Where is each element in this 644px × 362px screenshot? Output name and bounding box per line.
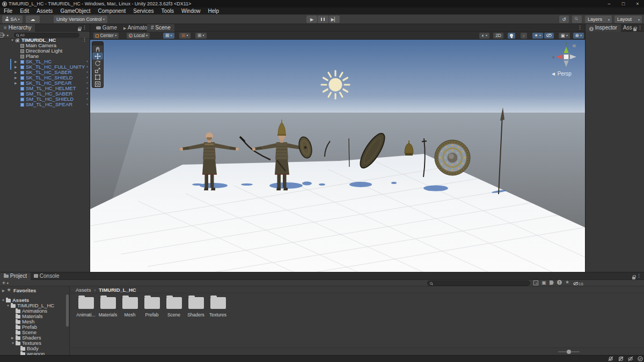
snap-increment-dropdown[interactable]: ⊞ ▾ bbox=[179, 33, 191, 39]
slider-thumb[interactable] bbox=[567, 350, 571, 354]
gizmo-center-cube[interactable] bbox=[564, 55, 569, 60]
thumbnail-size-slider[interactable] bbox=[558, 351, 580, 352]
grid-folder-textures[interactable]: Textures bbox=[208, 297, 228, 317]
info-filter-icon[interactable]: ! bbox=[557, 280, 562, 285]
maximize-button[interactable]: □ bbox=[617, 0, 630, 8]
tree-item-favorites[interactable]: ▶★Favorites bbox=[0, 288, 69, 293]
search-by-import-icon[interactable]: ▣ bbox=[541, 280, 546, 285]
project-menu-icon[interactable]: ⋮ bbox=[636, 273, 641, 278]
move-snap-dropdown[interactable]: ⊞ ▾ bbox=[195, 33, 207, 39]
prefab-icon bbox=[20, 87, 24, 91]
rect-tool[interactable] bbox=[92, 73, 103, 80]
project-search-box[interactable] bbox=[427, 280, 530, 286]
search-everything-button[interactable] bbox=[572, 16, 582, 23]
cloud-sync-disabled-icon[interactable] bbox=[628, 356, 633, 361]
status-ok-icon[interactable] bbox=[638, 356, 643, 361]
grid-folder-prefab[interactable]: Prefab bbox=[142, 297, 162, 317]
move-tool[interactable] bbox=[92, 53, 103, 60]
2d-toggle[interactable]: 2D bbox=[493, 33, 503, 39]
layout-dropdown[interactable]: Layout ▾ bbox=[614, 16, 642, 23]
inspector-menu-icon[interactable]: ⋮ bbox=[638, 25, 642, 30]
grid-folder-scene[interactable]: Scene bbox=[164, 297, 184, 317]
lighting-toggle[interactable] bbox=[508, 33, 515, 39]
menu-tools[interactable]: Tools bbox=[158, 8, 178, 14]
hidden-packages-count[interactable]: 16 bbox=[573, 280, 583, 286]
grid-folder-shaders[interactable]: Shaders bbox=[186, 297, 206, 317]
tab-inspector[interactable]: i Inspector bbox=[586, 24, 621, 32]
favorites-filter-icon[interactable]: ★ bbox=[565, 279, 569, 285]
account-dropdown[interactable]: SA ▾ bbox=[2, 16, 23, 23]
search-by-label-icon[interactable] bbox=[550, 280, 554, 285]
menu-services[interactable]: Services bbox=[129, 8, 157, 14]
prefab-open-chevron[interactable]: › bbox=[86, 102, 88, 107]
transform-tool[interactable] bbox=[92, 80, 103, 87]
prefab-open-chevron[interactable]: › bbox=[86, 64, 88, 70]
cache-server-disabled-icon[interactable] bbox=[618, 356, 624, 361]
prefab-open-chevron[interactable]: › bbox=[86, 91, 88, 97]
menu-component[interactable]: Component bbox=[94, 8, 130, 14]
tree-item[interactable]: Materials bbox=[0, 314, 69, 319]
grid-folder-animations[interactable]: Animati... bbox=[76, 297, 96, 317]
project-add-button[interactable]: + ▾ bbox=[2, 280, 9, 286]
close-button[interactable]: × bbox=[631, 0, 644, 8]
search-by-type-icon[interactable] bbox=[533, 280, 538, 285]
notifications-muted-icon[interactable] bbox=[608, 356, 613, 361]
pause-button[interactable] bbox=[318, 16, 328, 23]
rotate-tool[interactable] bbox=[92, 60, 103, 67]
tab-scene[interactable]: # Scene bbox=[147, 24, 174, 32]
view-hand-tool[interactable] bbox=[92, 46, 103, 53]
overlay-drag-handle[interactable] bbox=[92, 42, 103, 46]
tab-game[interactable]: Game bbox=[92, 24, 121, 32]
scene-panel-menu-icon[interactable]: ⋮ bbox=[577, 25, 582, 30]
cloud-button[interactable]: ☁ bbox=[26, 16, 40, 23]
grid-folder-materials[interactable]: Materials bbox=[98, 297, 118, 317]
menu-window[interactable]: Window bbox=[178, 8, 204, 14]
perspective-label[interactable]: ◄ Persp bbox=[551, 71, 572, 77]
project-toolbar: + ▾ ▣ ! ★ 16 bbox=[0, 280, 644, 286]
scene-viewport-canvas[interactable]: y x ◄ Persp bbox=[90, 40, 585, 272]
undo-history-button[interactable]: ↺ bbox=[559, 16, 569, 23]
tab-hierarchy[interactable]: ≡ Hierarchy bbox=[0, 24, 35, 32]
hidden-objects-toggle[interactable] bbox=[544, 33, 554, 39]
menu-edit[interactable]: Edit bbox=[16, 8, 33, 14]
prefab-open-chevron[interactable]: › bbox=[86, 59, 88, 64]
tab-console[interactable]: Console bbox=[30, 272, 63, 280]
hierarchy-row-prefab[interactable]: SM_TL_HC_SPEAR› bbox=[0, 102, 90, 107]
project-search-input[interactable] bbox=[433, 281, 524, 286]
hierarchy-menu-icon[interactable]: ⋮ bbox=[82, 25, 87, 30]
layers-dropdown[interactable]: Layers ▾ bbox=[585, 16, 612, 23]
grid-folder-mesh[interactable]: Mesh bbox=[120, 297, 140, 317]
breadcrumb-assets[interactable]: Assets bbox=[76, 287, 91, 293]
project-tree-scrollbar[interactable] bbox=[66, 294, 69, 327]
minimize-button[interactable]: – bbox=[603, 0, 616, 8]
menu-assets[interactable]: Assets bbox=[33, 8, 56, 14]
scene-viewport[interactable]: y x ◄ Persp bbox=[90, 40, 585, 272]
draw-mode-dropdown[interactable]: ◐ ▾ bbox=[479, 33, 489, 39]
prefab-open-chevron[interactable]: › bbox=[86, 80, 88, 86]
gizmo-lock-icon[interactable] bbox=[573, 45, 576, 47]
audio-toggle[interactable]: ♪ bbox=[521, 33, 527, 39]
hierarchy-search-window-icon[interactable] bbox=[0, 33, 3, 38]
hierarchy-row[interactable]: Directional Light bbox=[0, 48, 90, 54]
effects-dropdown[interactable]: ✶ ▾ bbox=[532, 33, 544, 39]
tab-project[interactable]: Project bbox=[0, 272, 31, 280]
menu-help[interactable]: Help bbox=[204, 8, 223, 14]
grid-snapping-toggle[interactable]: ⊞ ▾ bbox=[163, 33, 174, 39]
gizmos-dropdown[interactable]: ⊕ ▾ bbox=[573, 33, 584, 39]
version-control-dropdown[interactable]: Unity Version Control ▾ bbox=[54, 16, 107, 23]
prefab-open-chevron[interactable]: › bbox=[86, 86, 88, 91]
menu-gameobject[interactable]: GameObject bbox=[56, 8, 94, 14]
breadcrumb-current[interactable]: TIMURID_L_HC bbox=[99, 287, 136, 293]
prefab-open-chevron[interactable]: › bbox=[86, 75, 88, 80]
camera-overlay-dropdown[interactable]: ▣ ▾ bbox=[559, 33, 570, 39]
step-button[interactable]: ▶▏ bbox=[329, 16, 340, 23]
tool-handle-rotation-dropdown[interactable]: Local ▾ bbox=[127, 33, 150, 39]
play-button[interactable]: ▶ bbox=[306, 16, 317, 23]
scale-tool[interactable] bbox=[92, 67, 103, 73]
round-shield-model[interactable] bbox=[435, 140, 470, 175]
scene-root-menu-icon[interactable]: ⋮ bbox=[82, 37, 87, 42]
tool-handle-pivot-dropdown[interactable]: Center ▾ bbox=[93, 33, 119, 39]
menu-file[interactable]: File bbox=[0, 8, 16, 14]
prefab-open-chevron[interactable]: › bbox=[86, 97, 88, 102]
prefab-open-chevron[interactable]: › bbox=[86, 70, 88, 75]
